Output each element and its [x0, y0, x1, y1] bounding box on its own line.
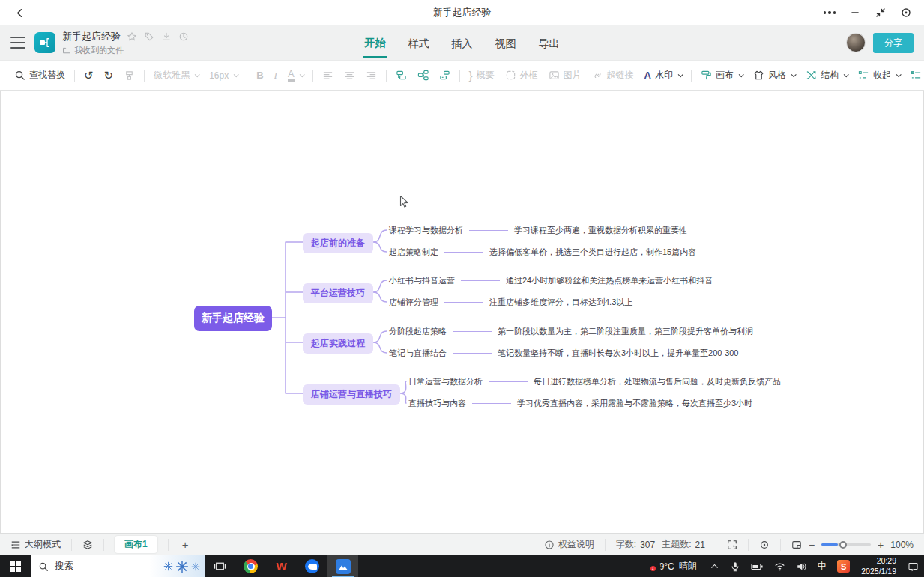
weather-widget[interactable]: 1 9°C 晴朗	[647, 555, 704, 577]
share-button[interactable]: 分享	[873, 33, 914, 53]
zoom-in-button[interactable]: +	[878, 539, 884, 551]
mindmap-topic-node[interactable]: 店铺评分管理	[389, 297, 438, 308]
tab-export[interactable]: 导出	[537, 28, 561, 57]
tab-insert[interactable]: 插入	[450, 28, 474, 57]
taskbar-clock[interactable]: 20:29 2025/1/19	[855, 555, 902, 577]
format-painter-button[interactable]	[118, 65, 140, 86]
mindmap-app-taskbar-icon[interactable]	[327, 555, 358, 577]
close-button[interactable]	[896, 3, 917, 22]
tab-start[interactable]: 开始	[363, 28, 387, 58]
expand-topics-button[interactable]: 展开	[905, 65, 924, 86]
mindmap-branch-node[interactable]: 店铺运营与直播技巧	[303, 384, 400, 405]
add-canvas-button[interactable]: +	[179, 538, 192, 551]
zoom-slider-knob[interactable]	[839, 541, 847, 549]
search-highlight-snowflakes[interactable]	[149, 555, 205, 577]
canvas-settings-button[interactable]: 画布	[695, 65, 748, 86]
toolbar: 查找替换 ↺ ↻ 微软雅黑 16px B I A }概要 外框 图片 超链接 A…	[0, 60, 924, 91]
insert-sibling-topic-button[interactable]	[390, 65, 412, 86]
mindmap-detail-text[interactable]: 每日进行数据榜单分析，处理物流与售后问题，及时更新负反馈产品	[534, 376, 781, 387]
fit-screen-button[interactable]	[727, 540, 737, 550]
back-button[interactable]	[10, 4, 28, 22]
mindmap-detail-text[interactable]: 注重店铺多维度评分，目标达到4.3以上	[489, 297, 632, 308]
sogou-input-icon[interactable]: S	[832, 555, 855, 577]
mindmap-topic-node[interactable]: 直播技巧与内容	[408, 398, 466, 409]
show-hidden-icons-button[interactable]	[704, 555, 725, 577]
align-center-button[interactable]	[339, 65, 360, 86]
mindmap-topic-node[interactable]: 课程学习与数据分析	[389, 225, 463, 236]
mindmap-detail-text[interactable]: 选择偏低客单价，挑选三个类目进行起店，制作15篇内容	[489, 247, 696, 258]
undo-button[interactable]: ↺	[79, 65, 99, 86]
layers-button[interactable]	[82, 540, 93, 550]
mindmap-branch-node[interactable]: 起店前的准备	[303, 233, 373, 253]
mindmap-app-logo-icon[interactable]	[34, 32, 55, 53]
font-size-select[interactable]: 16px	[204, 65, 243, 86]
file-location-row[interactable]: 我收到的文件	[62, 45, 189, 56]
minimap-button[interactable]	[791, 540, 802, 550]
task-view-button[interactable]	[205, 555, 235, 577]
tab-style[interactable]: 样式	[407, 28, 431, 57]
wps-office-icon[interactable]: W	[266, 555, 297, 577]
battery-tray-icon[interactable]	[746, 555, 769, 577]
ime-indicator[interactable]: 中	[812, 555, 833, 577]
locate-center-button[interactable]	[759, 540, 770, 550]
minimize-button[interactable]	[845, 3, 866, 22]
rights-info-button[interactable]: 权益说明	[544, 538, 594, 551]
notification-center-button[interactable]	[902, 555, 924, 577]
download-icon[interactable]	[161, 31, 172, 42]
collapse-topics-button[interactable]: 收起	[853, 65, 905, 86]
start-button[interactable]	[0, 555, 31, 577]
chevron-left-icon	[14, 7, 25, 19]
insert-child-topic-button[interactable]	[412, 65, 434, 86]
font-family-select[interactable]: 微软雅黑	[148, 65, 204, 86]
user-avatar[interactable]	[846, 33, 866, 52]
mindmap-canvas[interactable]: 新手起店经验起店前的准备平台运营技巧起店实践过程店铺运营与直播技巧课程学习与数据…	[0, 91, 924, 533]
topic-detail-connector-line	[444, 302, 483, 303]
mindmap-branch-node[interactable]: 起店实践过程	[303, 333, 373, 354]
align-right-button[interactable]	[360, 65, 382, 86]
weather-condition: 晴朗	[679, 560, 697, 573]
mindmap-topic-node[interactable]: 分阶段起店策略	[389, 326, 447, 337]
zoom-slider[interactable]	[821, 543, 871, 546]
blue-circle-app-icon[interactable]	[297, 555, 327, 577]
find-replace-button[interactable]: 查找替换	[9, 65, 70, 86]
italic-button[interactable]: I	[269, 65, 283, 86]
font-color-button[interactable]: A	[283, 65, 309, 86]
image-button[interactable]: 图片	[543, 65, 587, 86]
insert-parent-topic-button[interactable]	[434, 65, 456, 86]
history-icon[interactable]	[178, 31, 189, 42]
mindmap-detail-text[interactable]: 通过24小时加够粉丝和关注热点榜单来运营小红书和抖音	[506, 275, 713, 286]
mindmap-topic-node[interactable]: 日常运营与数据分析	[408, 376, 483, 387]
restore-button[interactable]	[870, 3, 891, 22]
mindmap-branch-node[interactable]: 平台运营技巧	[303, 283, 373, 303]
microphone-tray-icon[interactable]	[725, 555, 746, 577]
summary-button[interactable]: }概要	[464, 65, 500, 86]
mindmap-detail-text[interactable]: 学习优秀直播内容，采用露脸与不露脸策略，每次直播至少3小时	[517, 398, 752, 409]
mindmap-topic-node[interactable]: 笔记与直播结合	[389, 348, 447, 359]
chrome-browser-icon[interactable]	[235, 555, 266, 577]
mindmap-detail-text[interactable]: 笔记数量坚持不断，直播时长每次3小时以上，提升单量至200-300	[498, 348, 739, 359]
mindmap-detail-text[interactable]: 第一阶段以数量为主，第二阶段注重质量，第三阶段提升客单价与利润	[498, 326, 753, 337]
volume-tray-icon[interactable]	[791, 555, 812, 577]
mindmap-topic-node[interactable]: 小红书与抖音运营	[389, 275, 455, 286]
boundary-button[interactable]: 外框	[500, 65, 543, 86]
mindmap-detail-text[interactable]: 学习课程至少两遍，重视数据分析积累的重要性	[514, 225, 687, 236]
zoom-out-button[interactable]: −	[809, 539, 815, 551]
redo-button[interactable]: ↻	[99, 65, 119, 86]
style-button[interactable]: 风格	[748, 65, 800, 86]
mindmap-root-node[interactable]: 新手起店经验	[194, 306, 272, 331]
more-options-button[interactable]	[819, 3, 840, 22]
wifi-tray-icon[interactable]	[769, 555, 791, 577]
star-icon[interactable]	[127, 31, 137, 42]
outline-mode-button[interactable]: 大纲模式	[10, 538, 61, 551]
tag-icon[interactable]	[144, 31, 154, 42]
bold-button[interactable]: B	[251, 65, 268, 86]
mindmap-topic-node[interactable]: 起店策略制定	[389, 247, 438, 258]
tab-view[interactable]: 视图	[494, 28, 518, 57]
hyperlink-button[interactable]: 超链接	[587, 65, 639, 86]
structure-button[interactable]: 结构	[800, 65, 853, 86]
taskbar-search-box[interactable]: 搜索	[31, 555, 205, 577]
main-menu-button[interactable]	[10, 37, 25, 49]
align-left-button[interactable]	[317, 65, 339, 86]
watermark-button[interactable]: A水印	[639, 65, 687, 86]
canvas-tab-1[interactable]: 画布1	[115, 536, 157, 553]
